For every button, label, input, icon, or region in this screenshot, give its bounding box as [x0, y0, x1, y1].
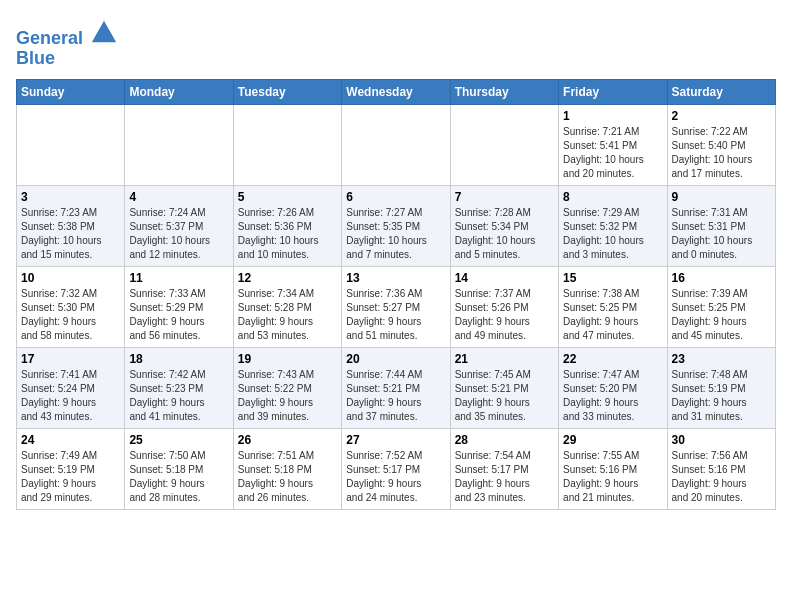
- logo-text: General: [16, 16, 118, 49]
- day-number: 4: [129, 190, 228, 204]
- day-info: Sunrise: 7:47 AM Sunset: 5:20 PM Dayligh…: [563, 368, 662, 424]
- day-info: Sunrise: 7:39 AM Sunset: 5:25 PM Dayligh…: [672, 287, 771, 343]
- calendar-cell: [342, 104, 450, 185]
- calendar-header-row: SundayMondayTuesdayWednesdayThursdayFrid…: [17, 79, 776, 104]
- calendar-week-row: 17Sunrise: 7:41 AM Sunset: 5:24 PM Dayli…: [17, 347, 776, 428]
- calendar-cell: 20Sunrise: 7:44 AM Sunset: 5:21 PM Dayli…: [342, 347, 450, 428]
- day-info: Sunrise: 7:38 AM Sunset: 5:25 PM Dayligh…: [563, 287, 662, 343]
- calendar-cell: 14Sunrise: 7:37 AM Sunset: 5:26 PM Dayli…: [450, 266, 558, 347]
- day-header-tuesday: Tuesday: [233, 79, 341, 104]
- day-number: 10: [21, 271, 120, 285]
- calendar-cell: 6Sunrise: 7:27 AM Sunset: 5:35 PM Daylig…: [342, 185, 450, 266]
- day-number: 2: [672, 109, 771, 123]
- calendar-week-row: 24Sunrise: 7:49 AM Sunset: 5:19 PM Dayli…: [17, 428, 776, 509]
- day-info: Sunrise: 7:29 AM Sunset: 5:32 PM Dayligh…: [563, 206, 662, 262]
- day-info: Sunrise: 7:31 AM Sunset: 5:31 PM Dayligh…: [672, 206, 771, 262]
- day-header-friday: Friday: [559, 79, 667, 104]
- day-number: 15: [563, 271, 662, 285]
- day-info: Sunrise: 7:48 AM Sunset: 5:19 PM Dayligh…: [672, 368, 771, 424]
- day-info: Sunrise: 7:49 AM Sunset: 5:19 PM Dayligh…: [21, 449, 120, 505]
- day-info: Sunrise: 7:41 AM Sunset: 5:24 PM Dayligh…: [21, 368, 120, 424]
- day-number: 20: [346, 352, 445, 366]
- day-info: Sunrise: 7:34 AM Sunset: 5:28 PM Dayligh…: [238, 287, 337, 343]
- day-info: Sunrise: 7:36 AM Sunset: 5:27 PM Dayligh…: [346, 287, 445, 343]
- day-number: 1: [563, 109, 662, 123]
- day-info: Sunrise: 7:55 AM Sunset: 5:16 PM Dayligh…: [563, 449, 662, 505]
- day-info: Sunrise: 7:22 AM Sunset: 5:40 PM Dayligh…: [672, 125, 771, 181]
- day-number: 13: [346, 271, 445, 285]
- day-info: Sunrise: 7:52 AM Sunset: 5:17 PM Dayligh…: [346, 449, 445, 505]
- calendar-cell: [450, 104, 558, 185]
- day-number: 24: [21, 433, 120, 447]
- calendar-cell: 19Sunrise: 7:43 AM Sunset: 5:22 PM Dayli…: [233, 347, 341, 428]
- day-info: Sunrise: 7:21 AM Sunset: 5:41 PM Dayligh…: [563, 125, 662, 181]
- day-info: Sunrise: 7:33 AM Sunset: 5:29 PM Dayligh…: [129, 287, 228, 343]
- calendar-cell: 11Sunrise: 7:33 AM Sunset: 5:29 PM Dayli…: [125, 266, 233, 347]
- calendar-cell: 28Sunrise: 7:54 AM Sunset: 5:17 PM Dayli…: [450, 428, 558, 509]
- day-number: 25: [129, 433, 228, 447]
- day-number: 9: [672, 190, 771, 204]
- calendar-cell: 26Sunrise: 7:51 AM Sunset: 5:18 PM Dayli…: [233, 428, 341, 509]
- calendar-cell: 21Sunrise: 7:45 AM Sunset: 5:21 PM Dayli…: [450, 347, 558, 428]
- day-number: 5: [238, 190, 337, 204]
- day-info: Sunrise: 7:26 AM Sunset: 5:36 PM Dayligh…: [238, 206, 337, 262]
- calendar-week-row: 3Sunrise: 7:23 AM Sunset: 5:38 PM Daylig…: [17, 185, 776, 266]
- calendar-cell: 18Sunrise: 7:42 AM Sunset: 5:23 PM Dayli…: [125, 347, 233, 428]
- svg-marker-0: [92, 21, 116, 42]
- day-info: Sunrise: 7:51 AM Sunset: 5:18 PM Dayligh…: [238, 449, 337, 505]
- day-number: 8: [563, 190, 662, 204]
- calendar-cell: 7Sunrise: 7:28 AM Sunset: 5:34 PM Daylig…: [450, 185, 558, 266]
- day-number: 28: [455, 433, 554, 447]
- calendar-cell: 3Sunrise: 7:23 AM Sunset: 5:38 PM Daylig…: [17, 185, 125, 266]
- logo: General Blue: [16, 16, 118, 69]
- day-info: Sunrise: 7:45 AM Sunset: 5:21 PM Dayligh…: [455, 368, 554, 424]
- day-header-monday: Monday: [125, 79, 233, 104]
- day-number: 6: [346, 190, 445, 204]
- day-info: Sunrise: 7:42 AM Sunset: 5:23 PM Dayligh…: [129, 368, 228, 424]
- calendar-cell: [233, 104, 341, 185]
- calendar-cell: [125, 104, 233, 185]
- day-info: Sunrise: 7:28 AM Sunset: 5:34 PM Dayligh…: [455, 206, 554, 262]
- page-header: General Blue: [16, 16, 776, 69]
- day-number: 22: [563, 352, 662, 366]
- calendar-week-row: 10Sunrise: 7:32 AM Sunset: 5:30 PM Dayli…: [17, 266, 776, 347]
- calendar-cell: 8Sunrise: 7:29 AM Sunset: 5:32 PM Daylig…: [559, 185, 667, 266]
- calendar-cell: 27Sunrise: 7:52 AM Sunset: 5:17 PM Dayli…: [342, 428, 450, 509]
- day-number: 7: [455, 190, 554, 204]
- calendar-cell: 29Sunrise: 7:55 AM Sunset: 5:16 PM Dayli…: [559, 428, 667, 509]
- day-header-saturday: Saturday: [667, 79, 775, 104]
- calendar-cell: 16Sunrise: 7:39 AM Sunset: 5:25 PM Dayli…: [667, 266, 775, 347]
- day-header-sunday: Sunday: [17, 79, 125, 104]
- calendar-cell: 10Sunrise: 7:32 AM Sunset: 5:30 PM Dayli…: [17, 266, 125, 347]
- day-number: 21: [455, 352, 554, 366]
- calendar-cell: 13Sunrise: 7:36 AM Sunset: 5:27 PM Dayli…: [342, 266, 450, 347]
- day-info: Sunrise: 7:23 AM Sunset: 5:38 PM Dayligh…: [21, 206, 120, 262]
- calendar-cell: 23Sunrise: 7:48 AM Sunset: 5:19 PM Dayli…: [667, 347, 775, 428]
- calendar-cell: 4Sunrise: 7:24 AM Sunset: 5:37 PM Daylig…: [125, 185, 233, 266]
- day-number: 18: [129, 352, 228, 366]
- calendar-cell: [17, 104, 125, 185]
- calendar-cell: 17Sunrise: 7:41 AM Sunset: 5:24 PM Dayli…: [17, 347, 125, 428]
- day-number: 19: [238, 352, 337, 366]
- day-info: Sunrise: 7:32 AM Sunset: 5:30 PM Dayligh…: [21, 287, 120, 343]
- day-info: Sunrise: 7:37 AM Sunset: 5:26 PM Dayligh…: [455, 287, 554, 343]
- day-number: 3: [21, 190, 120, 204]
- day-info: Sunrise: 7:44 AM Sunset: 5:21 PM Dayligh…: [346, 368, 445, 424]
- day-info: Sunrise: 7:50 AM Sunset: 5:18 PM Dayligh…: [129, 449, 228, 505]
- calendar-cell: 9Sunrise: 7:31 AM Sunset: 5:31 PM Daylig…: [667, 185, 775, 266]
- day-number: 17: [21, 352, 120, 366]
- calendar-cell: 15Sunrise: 7:38 AM Sunset: 5:25 PM Dayli…: [559, 266, 667, 347]
- calendar-cell: 2Sunrise: 7:22 AM Sunset: 5:40 PM Daylig…: [667, 104, 775, 185]
- day-info: Sunrise: 7:27 AM Sunset: 5:35 PM Dayligh…: [346, 206, 445, 262]
- day-number: 16: [672, 271, 771, 285]
- logo-icon: [90, 16, 118, 44]
- day-header-thursday: Thursday: [450, 79, 558, 104]
- day-number: 29: [563, 433, 662, 447]
- day-info: Sunrise: 7:43 AM Sunset: 5:22 PM Dayligh…: [238, 368, 337, 424]
- logo-general: General: [16, 28, 83, 48]
- day-number: 11: [129, 271, 228, 285]
- calendar-table: SundayMondayTuesdayWednesdayThursdayFrid…: [16, 79, 776, 510]
- day-info: Sunrise: 7:54 AM Sunset: 5:17 PM Dayligh…: [455, 449, 554, 505]
- day-number: 27: [346, 433, 445, 447]
- calendar-cell: 22Sunrise: 7:47 AM Sunset: 5:20 PM Dayli…: [559, 347, 667, 428]
